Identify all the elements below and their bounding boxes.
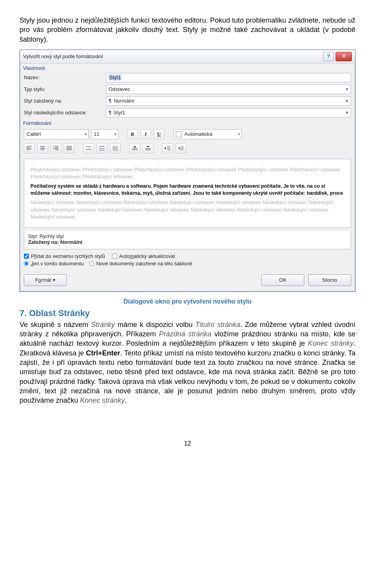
align-justify-button[interactable]: [64, 143, 75, 153]
style-info-box: Styl: Rychlý styl Založený na: Normální: [24, 231, 351, 249]
space-before-increase-button[interactable]: [129, 143, 140, 153]
preview-sample-text: Počítačový systém se skládá z hardwaru a…: [30, 183, 345, 197]
style-preview: Předcházející odstavec Předcházející ods…: [24, 159, 351, 228]
close-button[interactable]: ✕: [336, 52, 352, 61]
auto-update-checkbox[interactable]: Automaticky aktualizovat: [112, 253, 175, 259]
indent-increase-button[interactable]: [175, 143, 186, 153]
chevron-down-icon: ▾: [53, 277, 55, 283]
figure-caption: Dialogové okno pro vytvoření nového styl…: [20, 298, 355, 305]
only-this-document-radio[interactable]: Jen v tomto dokumentu: [24, 261, 84, 266]
dialog-title: Vytvořit nový styl podle formátování: [23, 53, 323, 59]
new-documents-radio[interactable]: Nové dokumenty založené na této šabloně: [89, 261, 192, 266]
style-info-line-1: Styl: Rychlý styl: [28, 233, 347, 239]
font-name-combo[interactable]: Calibri: [24, 129, 89, 139]
italic-button[interactable]: I: [140, 129, 151, 139]
type-select[interactable]: Odstavec: [106, 85, 351, 94]
intro-paragraph: Styly jsou jednou z nejdůležitějších fun…: [20, 16, 355, 44]
line-spacing-2-button[interactable]: [110, 143, 121, 153]
add-to-quick-styles-checkbox[interactable]: Přidat do seznamu rychlých stylů: [24, 253, 105, 259]
align-right-button[interactable]: [50, 143, 61, 153]
section-heading: 7. Oblast Stránky: [20, 308, 355, 318]
cancel-button[interactable]: Storno: [308, 274, 351, 286]
add-to-quick-styles-input[interactable]: [24, 254, 29, 259]
name-label: Název:: [24, 75, 106, 80]
space-before-decrease-button[interactable]: [143, 143, 154, 153]
following-style-label: Styl následujícího odstavce:: [24, 110, 106, 115]
ok-button[interactable]: OK: [261, 274, 304, 286]
font-size-combo[interactable]: 11: [91, 129, 118, 139]
svg-marker-31: [165, 147, 166, 149]
body-paragraph: Ve skupině s názvem Stránky máme k dispo…: [20, 320, 355, 405]
only-this-document-input[interactable]: [24, 261, 29, 266]
preview-ghost-after: Následující odstavec Následující odstave…: [30, 199, 345, 220]
font-color-combo[interactable]: Automatická: [173, 129, 242, 139]
format-toolbar-1: Calibri 11 B I U Automatická: [20, 127, 355, 142]
format-toolbar-2: [20, 142, 355, 156]
new-documents-input[interactable]: [89, 261, 94, 266]
help-button[interactable]: ?: [323, 52, 334, 61]
bold-button[interactable]: B: [127, 129, 138, 139]
based-on-select[interactable]: ¶Normální: [106, 96, 351, 106]
auto-update-input[interactable]: [112, 254, 117, 259]
page-number: 12: [20, 440, 355, 447]
style-info-line-2: Založený na: Normální: [28, 239, 347, 245]
align-center-button[interactable]: [37, 143, 48, 153]
preview-ghost-before: Předcházející odstavec Předcházející ods…: [30, 166, 345, 180]
based-on-label: Styl založený na:: [24, 98, 106, 104]
dialog-titlebar: Vytvořit nový styl podle formátování ? ✕: [20, 50, 355, 64]
align-left-button[interactable]: [24, 143, 35, 153]
section-format: Formátování: [20, 119, 355, 127]
line-spacing-15-button[interactable]: [96, 143, 107, 153]
following-style-select[interactable]: ¶Styl1: [106, 108, 351, 117]
svg-marker-35: [178, 147, 180, 149]
svg-marker-25: [133, 146, 136, 147]
section-properties: Vlastnosti: [20, 64, 355, 72]
svg-marker-28: [146, 146, 150, 147]
indent-decrease-button[interactable]: [162, 143, 173, 153]
format-button[interactable]: Formát ▾: [24, 274, 67, 286]
line-spacing-1-button[interactable]: [83, 143, 94, 153]
type-label: Typ stylu:: [24, 86, 106, 92]
name-input[interactable]: Styl1: [106, 73, 351, 82]
underline-button[interactable]: U: [154, 129, 164, 139]
new-style-dialog: Vytvořit nový styl podle formátování ? ✕…: [20, 50, 355, 292]
